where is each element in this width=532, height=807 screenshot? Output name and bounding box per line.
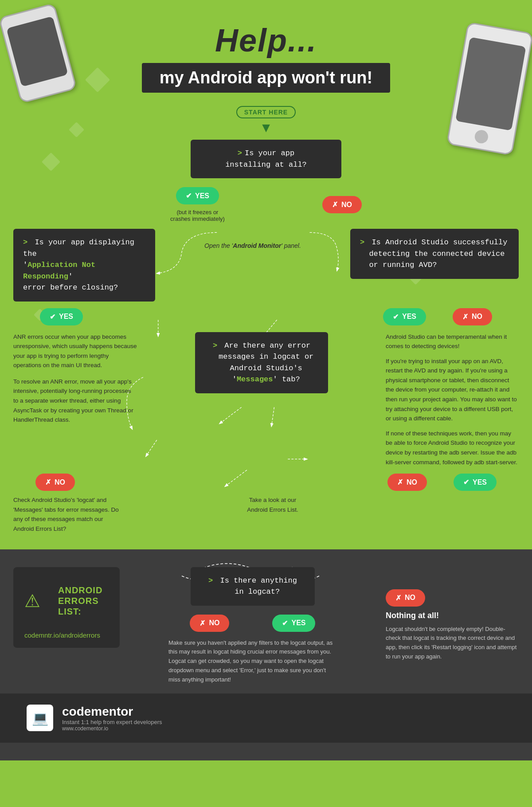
q2-no-note-text: Check Android Studio's 'logcat' and 'Mes… <box>13 495 124 533</box>
flowchart-main: >Is your appinstalling at all? ✔ YES (bu… <box>0 140 532 549</box>
x-icon-1: ✗ <box>332 200 338 209</box>
check-icon-1: ✔ <box>186 192 192 200</box>
q2no-q4yes-row: Check Android Studio's 'logcat' and 'Mes… <box>0 495 532 533</box>
anr-body: ANR errors occur when your app becomes u… <box>13 332 137 425</box>
q3-no-text-2: If you're trying to install your app on … <box>386 356 519 423</box>
q3-prompt: > <box>360 238 364 247</box>
footer-website: www.codementor.io <box>62 725 162 732</box>
nothing-at-all-title: Nothing at all! <box>386 611 519 620</box>
q1-yes-note: (but it freezes orcrashes immediately) <box>170 209 225 222</box>
check-icon-5: ✔ <box>282 619 288 627</box>
q1-box: >Is your appinstalling at all? <box>191 140 341 178</box>
q3-yes-badge: ✔ YES <box>383 308 426 325</box>
bottom-section: ⚠ ANDROIDERRORSLIST: codemntr.io/android… <box>0 549 532 760</box>
anr-q4-q3no-row: ANR errors occur when your app becomes u… <box>0 332 532 467</box>
check-icon-4: ✔ <box>463 478 469 486</box>
footer-logo-icon: 💻 <box>32 710 48 726</box>
q1-row: >Is your appinstalling at all? <box>0 140 532 178</box>
q4-no-label: NO <box>407 478 417 486</box>
q2-prompt: > <box>23 238 27 247</box>
q3-no-text-3: If none of these techniques work, then y… <box>386 429 519 467</box>
q4-yes-badge: ✔ YES <box>454 474 497 491</box>
q4-box: > Are there any error messages in logcat… <box>195 332 328 393</box>
q4-yes-note-text: Take a look at ourAndroid Errors List. <box>213 495 332 514</box>
q4-answers: ✗ NO ✔ YES <box>387 474 497 491</box>
q3-no-badge: ✗ NO <box>453 308 492 325</box>
errors-q5-row: ⚠ ANDROIDERRORSLIST: codemntr.io/android… <box>13 558 519 685</box>
q5-no-col: ✗ NO Nothing at all! Logcat shouldn't be… <box>386 567 519 668</box>
q1-no-label: NO <box>341 201 352 209</box>
footer-logo: 💻 <box>27 705 53 731</box>
phone-left <box>9 9 66 98</box>
q3-yes-label: YES <box>402 313 416 321</box>
q5-no-label: NO <box>209 619 219 627</box>
bottom-content: ⚠ ANDROIDERRORSLIST: codemntr.io/android… <box>13 558 519 685</box>
q2-yes-badge: ✔ YES <box>40 308 83 325</box>
q5-no-body: Logcat shouldn't be completely empty! Do… <box>386 625 519 662</box>
q2-box: > Is your app displaying the 'Applicatio… <box>13 229 155 302</box>
q1-no-badge: ✗ NO <box>322 196 362 213</box>
anr-text-2: To resolve an ANR error, move all your a… <box>13 377 137 425</box>
q5-prompt: > <box>208 576 213 585</box>
q5-yes-body: Make sure you haven't applied any filter… <box>168 639 337 685</box>
android-monitor-note: Open the 'Android Monitor' panel. <box>204 229 301 249</box>
q5-answers: ✗ NO ✔ YES <box>168 615 337 632</box>
q4-messages-text: Messages <box>237 375 273 384</box>
q1-yes-label: YES <box>195 192 209 200</box>
q1-yes-col: ✔ YES (but it freezes orcrashes immediat… <box>170 187 225 222</box>
q2no-q4-answers: ✗ NO ✗ NO ✔ YES <box>0 474 532 491</box>
errors-box: ⚠ ANDROIDERRORSLIST: codemntr.io/android… <box>13 567 120 648</box>
q2-yes-label: YES <box>59 313 73 321</box>
q5-yes-label: YES <box>291 619 305 627</box>
q3-no-body: Android Studio can be temperamental when… <box>386 332 519 467</box>
q3-answers: ✔ YES ✗ NO <box>383 308 492 325</box>
footer-tagline: Instant 1:1 help from expert developers <box>62 719 162 725</box>
q3-no-spacer <box>386 495 519 533</box>
q4-yes-label: YES <box>473 478 487 486</box>
q1-answers-row: ✔ YES (but it freezes orcrashes immediat… <box>0 187 532 222</box>
q3-no-label: NO <box>472 313 482 321</box>
check-icon-2: ✔ <box>50 313 55 321</box>
warning-icon: ⚠ <box>24 591 40 611</box>
q1-prompt: > <box>238 149 242 157</box>
q5-yes-badge: ✔ YES <box>272 615 315 632</box>
footer-text: codementor Instant 1:1 help from expert … <box>62 705 162 732</box>
x-icon-3: ✗ <box>45 478 51 486</box>
q5-no-badge: ✗ NO <box>190 615 229 632</box>
start-here: START HERE ▼ <box>0 106 532 135</box>
x-icon-5: ✗ <box>200 619 205 627</box>
start-arrow: ▼ <box>0 120 532 135</box>
page-subtitle: my Android app won't run! <box>142 63 390 93</box>
errors-box-header: ⚠ ANDROIDERRORSLIST: <box>24 576 109 626</box>
top-section: Help... my Android app won't run! START … <box>0 0 532 549</box>
q2-anr-text: Application Not Responding <box>23 261 95 281</box>
q5-no-title-row: ✗ NO Nothing at all! Logcat shouldn't be… <box>386 567 519 662</box>
q2-q3-row: > Is your app displaying the 'Applicatio… <box>0 229 532 302</box>
q2-no-label: NO <box>55 478 65 486</box>
errors-box-url: codemntr.io/androiderrors <box>24 631 109 639</box>
q5-col: > Is there anything in logcat? ✗ NO ✔ YE… <box>168 567 337 685</box>
check-icon-3: ✔ <box>393 313 399 321</box>
errors-box-title: ANDROIDERRORSLIST: <box>47 576 113 626</box>
x-icon-6: ✗ <box>395 594 401 602</box>
anr-text-1: ANR errors occur when your app becomes u… <box>13 332 137 370</box>
q4-col: > Are there any error messages in logcat… <box>195 332 328 393</box>
q5-no-badge-right: ✗ NO <box>386 589 425 607</box>
footer-brand: codementor <box>62 705 162 719</box>
q3-no-text-1: Android Studio can be temperamental when… <box>386 332 519 351</box>
footer: 💻 codementor Instant 1:1 help from exper… <box>0 693 532 743</box>
q5-box: > Is there anything in logcat? <box>191 567 315 606</box>
q2-no-badge: ✗ NO <box>35 474 75 491</box>
q5-area: > Is there anything in logcat? <box>168 567 337 615</box>
page-title: Help... <box>0 22 532 59</box>
header: Help... my Android app won't run! <box>0 9 532 97</box>
q4-no-badge: ✗ NO <box>387 474 427 491</box>
q2-no-note-col: Check Android Studio's 'logcat' and 'Mes… <box>13 495 124 533</box>
q5-no-label-right: NO <box>405 594 415 602</box>
errors-list-col: ⚠ ANDROIDERRORSLIST: codemntr.io/android… <box>13 567 120 648</box>
q3-box: > Is Android Studio successfully detecti… <box>350 229 519 279</box>
q1-yes-badge: ✔ YES <box>176 187 219 204</box>
x-icon-2: ✗ <box>462 313 468 321</box>
x-icon-4: ✗ <box>397 478 403 486</box>
start-badge: START HERE <box>236 106 296 118</box>
